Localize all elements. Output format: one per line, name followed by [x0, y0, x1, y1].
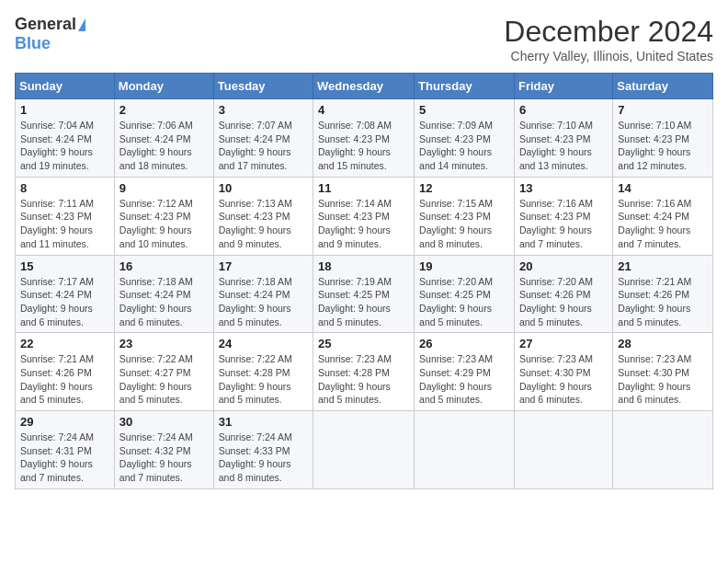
calendar-cell: 20Sunrise: 7:20 AMSunset: 4:26 PMDayligh… — [514, 255, 612, 333]
day-detail: Sunrise: 7:23 AMSunset: 4:30 PMDaylight:… — [618, 352, 708, 407]
calendar-cell — [415, 411, 515, 489]
day-number: 11 — [318, 181, 409, 195]
weekday-header-sunday: Sunday — [16, 74, 115, 99]
calendar-cell: 8Sunrise: 7:11 AMSunset: 4:23 PMDaylight… — [16, 177, 115, 255]
weekday-header-row: SundayMondayTuesdayWednesdayThursdayFrid… — [16, 74, 713, 99]
day-number: 14 — [618, 181, 708, 195]
day-detail: Sunrise: 7:09 AMSunset: 4:23 PMDaylight:… — [419, 119, 509, 173]
calendar-cell: 28Sunrise: 7:23 AMSunset: 4:30 PMDayligh… — [613, 333, 713, 411]
day-number: 27 — [519, 337, 608, 350]
weekday-header-monday: Monday — [114, 74, 213, 99]
calendar-cell — [613, 411, 713, 489]
day-number: 25 — [318, 337, 409, 350]
calendar-cell: 26Sunrise: 7:23 AMSunset: 4:29 PMDayligh… — [415, 333, 515, 411]
calendar-cell: 24Sunrise: 7:22 AMSunset: 4:28 PMDayligh… — [213, 333, 313, 411]
day-number: 31 — [219, 415, 308, 429]
calendar-cell: 2Sunrise: 7:06 AMSunset: 4:24 PMDaylight… — [114, 99, 213, 178]
calendar-cell: 23Sunrise: 7:22 AMSunset: 4:27 PMDayligh… — [114, 333, 213, 411]
day-detail: Sunrise: 7:14 AMSunset: 4:23 PMDaylight:… — [318, 197, 409, 251]
calendar-cell: 15Sunrise: 7:17 AMSunset: 4:24 PMDayligh… — [16, 255, 115, 333]
day-number: 1 — [20, 103, 109, 117]
day-detail: Sunrise: 7:21 AMSunset: 4:26 PMDaylight:… — [20, 352, 109, 407]
calendar-cell: 3Sunrise: 7:07 AMSunset: 4:24 PMDaylight… — [213, 99, 313, 178]
day-detail: Sunrise: 7:12 AMSunset: 4:23 PMDaylight:… — [119, 197, 209, 251]
title-area: December 2024 Cherry Valley, Illinois, U… — [504, 15, 713, 63]
calendar-cell: 14Sunrise: 7:16 AMSunset: 4:24 PMDayligh… — [613, 177, 713, 255]
day-detail: Sunrise: 7:23 AMSunset: 4:28 PMDaylight:… — [318, 352, 409, 407]
day-detail: Sunrise: 7:20 AMSunset: 4:25 PMDaylight:… — [419, 275, 509, 329]
day-detail: Sunrise: 7:06 AMSunset: 4:24 PMDaylight:… — [119, 119, 209, 173]
day-number: 17 — [219, 259, 308, 273]
day-number: 19 — [419, 259, 509, 273]
day-detail: Sunrise: 7:24 AMSunset: 4:33 PMDaylight:… — [219, 431, 308, 485]
calendar-cell: 30Sunrise: 7:24 AMSunset: 4:32 PMDayligh… — [114, 411, 213, 489]
day-number: 8 — [20, 181, 109, 195]
weekday-header-thursday: Thursday — [415, 74, 515, 99]
calendar-cell: 5Sunrise: 7:09 AMSunset: 4:23 PMDaylight… — [415, 99, 515, 178]
calendar-cell: 25Sunrise: 7:23 AMSunset: 4:28 PMDayligh… — [313, 333, 415, 411]
day-detail: Sunrise: 7:21 AMSunset: 4:26 PMDaylight:… — [618, 275, 708, 329]
logo-blue-text: Blue — [15, 34, 51, 53]
day-detail: Sunrise: 7:15 AMSunset: 4:23 PMDaylight:… — [419, 197, 509, 251]
calendar-cell: 10Sunrise: 7:13 AMSunset: 4:23 PMDayligh… — [213, 177, 313, 255]
logo-general-text: General — [15, 15, 76, 34]
day-detail: Sunrise: 7:23 AMSunset: 4:29 PMDaylight:… — [419, 352, 509, 407]
calendar-cell: 27Sunrise: 7:23 AMSunset: 4:30 PMDayligh… — [514, 333, 612, 411]
calendar-week-5: 29Sunrise: 7:24 AMSunset: 4:31 PMDayligh… — [16, 411, 713, 489]
calendar-cell: 31Sunrise: 7:24 AMSunset: 4:33 PMDayligh… — [213, 411, 313, 489]
day-detail: Sunrise: 7:18 AMSunset: 4:24 PMDaylight:… — [219, 275, 308, 329]
day-detail: Sunrise: 7:07 AMSunset: 4:24 PMDaylight:… — [219, 119, 308, 173]
day-number: 13 — [519, 181, 608, 195]
header: General Blue December 2024 Cherry Valley… — [15, 15, 713, 63]
day-detail: Sunrise: 7:08 AMSunset: 4:23 PMDaylight:… — [318, 119, 409, 173]
calendar-table: SundayMondayTuesdayWednesdayThursdayFrid… — [15, 73, 713, 489]
weekday-header-wednesday: Wednesday — [313, 74, 415, 99]
day-number: 26 — [419, 337, 509, 350]
calendar-cell: 12Sunrise: 7:15 AMSunset: 4:23 PMDayligh… — [415, 177, 515, 255]
day-detail: Sunrise: 7:13 AMSunset: 4:23 PMDaylight:… — [219, 197, 308, 251]
day-number: 30 — [119, 415, 209, 429]
calendar-cell: 9Sunrise: 7:12 AMSunset: 4:23 PMDaylight… — [114, 177, 213, 255]
calendar-week-3: 15Sunrise: 7:17 AMSunset: 4:24 PMDayligh… — [16, 255, 713, 333]
day-detail: Sunrise: 7:19 AMSunset: 4:25 PMDaylight:… — [318, 275, 409, 329]
month-title: December 2024 — [504, 15, 713, 49]
day-number: 3 — [219, 103, 308, 117]
calendar-cell: 19Sunrise: 7:20 AMSunset: 4:25 PMDayligh… — [415, 255, 515, 333]
day-number: 12 — [419, 181, 509, 195]
calendar-cell: 6Sunrise: 7:10 AMSunset: 4:23 PMDaylight… — [514, 99, 612, 178]
day-number: 4 — [318, 103, 409, 117]
day-number: 22 — [20, 337, 109, 350]
location-title: Cherry Valley, Illinois, United States — [504, 49, 713, 63]
day-number: 10 — [219, 181, 308, 195]
day-detail: Sunrise: 7:16 AMSunset: 4:23 PMDaylight:… — [519, 197, 608, 251]
calendar-week-2: 8Sunrise: 7:11 AMSunset: 4:23 PMDaylight… — [16, 177, 713, 255]
day-detail: Sunrise: 7:24 AMSunset: 4:31 PMDaylight:… — [20, 431, 109, 485]
day-number: 5 — [419, 103, 509, 117]
day-number: 7 — [618, 103, 708, 117]
calendar-cell: 18Sunrise: 7:19 AMSunset: 4:25 PMDayligh… — [313, 255, 415, 333]
day-detail: Sunrise: 7:16 AMSunset: 4:24 PMDaylight:… — [618, 197, 708, 251]
calendar-cell: 4Sunrise: 7:08 AMSunset: 4:23 PMDaylight… — [313, 99, 415, 178]
day-number: 23 — [119, 337, 209, 350]
day-detail: Sunrise: 7:10 AMSunset: 4:23 PMDaylight:… — [618, 119, 708, 173]
calendar-week-4: 22Sunrise: 7:21 AMSunset: 4:26 PMDayligh… — [16, 333, 713, 411]
weekday-header-saturday: Saturday — [613, 74, 713, 99]
calendar-cell: 21Sunrise: 7:21 AMSunset: 4:26 PMDayligh… — [613, 255, 713, 333]
day-number: 9 — [119, 181, 209, 195]
day-number: 29 — [20, 415, 109, 429]
day-number: 2 — [119, 103, 209, 117]
weekday-header-friday: Friday — [514, 74, 612, 99]
calendar-week-1: 1Sunrise: 7:04 AMSunset: 4:24 PMDaylight… — [16, 99, 713, 178]
day-detail: Sunrise: 7:17 AMSunset: 4:24 PMDaylight:… — [20, 275, 109, 329]
day-number: 6 — [519, 103, 608, 117]
weekday-header-tuesday: Tuesday — [213, 74, 313, 99]
calendar-cell: 11Sunrise: 7:14 AMSunset: 4:23 PMDayligh… — [313, 177, 415, 255]
day-detail: Sunrise: 7:22 AMSunset: 4:28 PMDaylight:… — [219, 352, 308, 407]
calendar-cell: 22Sunrise: 7:21 AMSunset: 4:26 PMDayligh… — [16, 333, 115, 411]
day-number: 15 — [20, 259, 109, 273]
day-detail: Sunrise: 7:24 AMSunset: 4:32 PMDaylight:… — [119, 431, 209, 485]
day-number: 20 — [519, 259, 608, 273]
day-detail: Sunrise: 7:18 AMSunset: 4:24 PMDaylight:… — [119, 275, 209, 329]
logo-triangle-icon — [78, 18, 85, 31]
day-detail: Sunrise: 7:22 AMSunset: 4:27 PMDaylight:… — [119, 352, 209, 407]
